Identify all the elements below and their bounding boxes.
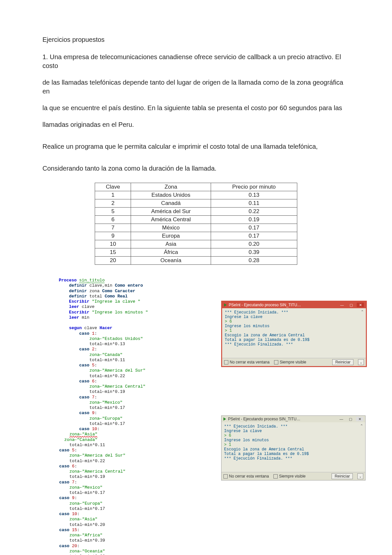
code-assign: total←min*0.13 bbox=[90, 342, 125, 346]
table-cell: 0.39 bbox=[211, 248, 297, 257]
minimize-icon[interactable]: — bbox=[338, 417, 345, 421]
code-assign: zona←"Mexico" bbox=[90, 400, 122, 405]
window-titlebar[interactable]: PSeInt - Ejecutando proceso SIN_TITU… — … bbox=[222, 302, 366, 308]
kw-proceso: Proceso bbox=[59, 278, 79, 283]
kw-caso: caso bbox=[59, 544, 72, 548]
table-row: 6América Central0.19 bbox=[95, 216, 297, 224]
restart-button[interactable]: Reiniciar bbox=[332, 359, 353, 365]
kw-caso: caso bbox=[79, 427, 92, 431]
code-num: 15 bbox=[72, 528, 77, 532]
dropdown-icon[interactable]: ⌄ bbox=[357, 473, 363, 479]
code-text: : bbox=[94, 347, 97, 352]
paragraph-6: Considerando tanto la zona como la durac… bbox=[42, 164, 350, 173]
table-row: 9Europa0.17 bbox=[95, 232, 297, 240]
page-heading: Ejercicios propuestos bbox=[42, 36, 350, 43]
kw-caso: caso bbox=[59, 480, 72, 485]
code-text: total bbox=[87, 294, 105, 299]
output-column: PSeInt - Ejecutando proceso SIN_TITU… — … bbox=[221, 278, 367, 486]
console-line: *** Ejecución Finalizada. *** bbox=[224, 456, 363, 461]
play-icon bbox=[223, 417, 226, 421]
code-assign: zona←"Oceania" bbox=[69, 549, 105, 554]
table-row: 20Oceanía0.28 bbox=[95, 257, 297, 265]
kw-caso: caso bbox=[59, 448, 72, 453]
code-assign: total←min*0.20 bbox=[69, 522, 105, 527]
scroll-up-icon[interactable]: ⌃ bbox=[360, 424, 363, 428]
code-assign: total←min*0.11 bbox=[90, 358, 125, 362]
console-output: ⌃ *** Ejecución Iniciada. *** Ingrese la… bbox=[222, 308, 366, 358]
checkbox-always-visible[interactable] bbox=[273, 474, 278, 479]
code-assign: zona←"Africa" bbox=[69, 533, 102, 538]
console-line: Ingrese la clave bbox=[224, 429, 363, 433]
pseint-output-window-1: PSeInt - Ejecutando proceso SIN_TITU… — … bbox=[221, 301, 367, 367]
code-num: 10 bbox=[92, 427, 97, 431]
table-cell: 0.13 bbox=[211, 191, 297, 199]
maximize-icon[interactable]: ▢ bbox=[348, 303, 355, 307]
code-num: 6 bbox=[72, 464, 74, 469]
checkbox-label: No cerrar esta ventana bbox=[230, 360, 270, 364]
table-cell: 0.17 bbox=[211, 232, 297, 240]
restart-button[interactable]: Reiniciar bbox=[332, 473, 353, 479]
scroll-up-icon[interactable]: ⌃ bbox=[361, 310, 364, 314]
kw-escribir: Escribir bbox=[69, 299, 92, 304]
play-icon bbox=[224, 303, 227, 307]
checkbox-no-close[interactable] bbox=[224, 360, 228, 364]
paragraph-2: de las llamadas telefónicas depende tant… bbox=[42, 78, 350, 96]
code-text: : bbox=[74, 448, 77, 453]
dropdown-icon[interactable]: ⌄ bbox=[358, 359, 364, 365]
code-assign: total←min*0.11 bbox=[69, 443, 105, 447]
checkbox-no-close[interactable] bbox=[223, 474, 228, 479]
code-text: : bbox=[97, 427, 100, 431]
code-assign: total←min*0.39 bbox=[69, 538, 105, 543]
table-row: 1Estados Unidos0.13 bbox=[95, 191, 297, 199]
table-cell: 1 bbox=[95, 191, 131, 199]
pseint-code: Proceso sin_titulo definir clave,min Com… bbox=[59, 278, 215, 555]
table-cell: 5 bbox=[95, 208, 131, 216]
code-assign: zona←"America del Sur" bbox=[69, 453, 125, 458]
code-text: min bbox=[79, 315, 89, 320]
table-cell: Asia bbox=[131, 240, 211, 248]
kw-tipo: Como Real bbox=[105, 294, 127, 299]
code-text: : bbox=[94, 411, 97, 415]
code-assign: zona←"America del Sur" bbox=[90, 368, 146, 373]
code-text: clave,min bbox=[87, 283, 115, 288]
kw-caso: caso bbox=[79, 347, 92, 352]
checkbox-label: Siempre visible bbox=[280, 360, 306, 364]
table-cell: 0.20 bbox=[211, 240, 297, 248]
table-cell: 0.11 bbox=[211, 199, 297, 208]
window-title-text: PSeInt - Ejecutando proceso SIN_TITU… bbox=[228, 417, 300, 421]
table-cell: 2 bbox=[95, 199, 131, 208]
checkbox-label: Siempre visible bbox=[279, 474, 305, 479]
code-assign: total←min*0.22 bbox=[69, 459, 105, 463]
window-footer: No cerrar esta ventana Siempre visible R… bbox=[221, 472, 365, 480]
kw-caso: caso bbox=[79, 411, 92, 415]
kw-escribir: Escribir bbox=[69, 310, 92, 315]
table-cell: 20 bbox=[95, 257, 131, 265]
close-icon[interactable]: ✕ bbox=[357, 303, 364, 307]
paragraph-1: 1. Una empresa de telecomunicaciones can… bbox=[42, 53, 350, 70]
kw-caso: caso bbox=[59, 464, 72, 469]
code-text: clave bbox=[79, 304, 94, 309]
kw-caso: caso bbox=[79, 331, 92, 336]
table-cell: 0.19 bbox=[211, 216, 297, 224]
code-assign: total←min*0.19 bbox=[69, 474, 105, 479]
code-num: 9 bbox=[72, 496, 74, 500]
table-cell: México bbox=[131, 224, 211, 232]
code-text: : bbox=[94, 395, 97, 400]
paragraph-3: la que se encuentre el país destino. En … bbox=[42, 104, 350, 112]
code-num: 7 bbox=[72, 480, 74, 485]
close-icon[interactable]: ✕ bbox=[356, 417, 363, 421]
console-line: > 6 bbox=[224, 433, 363, 438]
console-line: Total a pagar la llamada es de 0.19$ bbox=[224, 452, 363, 456]
code-string: "Ingrese los minutos " bbox=[92, 310, 148, 315]
console-line: > 1 bbox=[224, 443, 363, 447]
code-assign: zona←"Europa" bbox=[69, 501, 102, 506]
checkbox-always-visible[interactable] bbox=[274, 360, 278, 364]
table-cell: Canadá bbox=[131, 199, 211, 208]
table-cell: 15 bbox=[95, 248, 131, 257]
console-line: Escogio la zona de America Central bbox=[224, 447, 363, 452]
minimize-icon[interactable]: — bbox=[338, 303, 346, 307]
code-text: zona bbox=[87, 289, 102, 294]
maximize-icon[interactable]: ▢ bbox=[347, 417, 354, 421]
code-text: : bbox=[77, 512, 80, 516]
window-titlebar[interactable]: PSeInt - Ejecutando proceso SIN_TITU… — … bbox=[221, 416, 365, 422]
